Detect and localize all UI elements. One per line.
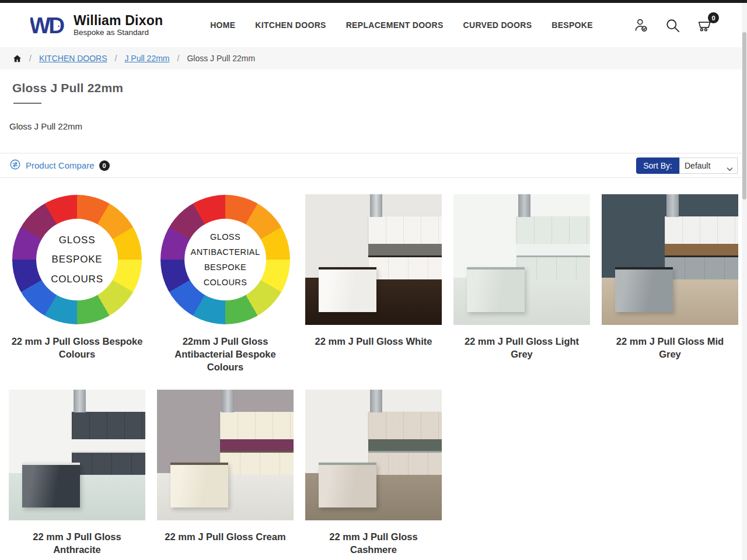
product-card: 22 mm J Pull Gloss Cashmere [305, 390, 442, 560]
chevron-down-icon [727, 164, 733, 173]
colour-wheel-image: GLOSSANTIBACTERIALBESPOKECOLOURS [160, 195, 290, 324]
kitchen-photo [157, 390, 294, 520]
main-nav: HOME KITCHEN DOORS REPLACEMENT DOORS CUR… [201, 20, 602, 30]
product-title-link[interactable]: 22mm J Pull Gloss Antibacterial Bespoke … [157, 335, 294, 376]
breadcrumb-separator: / [115, 54, 117, 63]
product-card: GLOSSBESPOKECOLOURS 22 mm J Pull Gloss B… [9, 194, 145, 376]
photo-region [665, 244, 738, 256]
photo-region [22, 463, 79, 507]
scrollbar[interactable] [742, 3, 747, 560]
photo-region [72, 451, 145, 474]
breadcrumb-kitchen-doors[interactable]: KITCHEN DOORS [39, 54, 107, 63]
account-check-icon[interactable] [633, 18, 649, 33]
sort-selected-value: Default [685, 161, 710, 170]
product-grid: GLOSSBESPOKECOLOURS 22 mm J Pull Gloss B… [0, 178, 747, 560]
wheel-text-line: ANTIBACTERIAL [191, 244, 260, 260]
product-title-link[interactable]: 22 mm J Pull Gloss Cashmere [305, 531, 442, 560]
photo-region [319, 267, 376, 312]
product-card: 22 mm J Pull Gloss Mid Grey [602, 194, 738, 376]
nav-item-curved-doors[interactable]: CURVED DOORS [463, 20, 532, 30]
photo-region [368, 439, 442, 451]
wheel-text-line: COLOURS [51, 270, 103, 289]
nav-item-kitchen-doors[interactable]: KITCHEN DOORS [255, 20, 326, 30]
main-content: Gloss J Pull 22mm Gloss J Pull 22mm Prod… [0, 69, 747, 560]
product-title-link[interactable]: 22 mm J Pull Gloss Bespoke Colours [9, 335, 145, 376]
photo-region [370, 194, 382, 217]
product-card: 22 mm J Pull Gloss Anthracite [9, 390, 145, 560]
compare-count-badge: 0 [99, 160, 110, 171]
kitchen-photo [305, 194, 442, 325]
site-logo[interactable]: W D William Dixon Bespoke as Standard [30, 13, 201, 37]
photo-region [666, 194, 679, 217]
compare-icon [9, 159, 21, 173]
home-icon[interactable] [13, 54, 22, 63]
breadcrumb-separator: / [177, 54, 180, 63]
photo-region [615, 267, 672, 312]
wheel-center: GLOSSBESPOKECOLOURS [36, 219, 118, 300]
product-title-link[interactable]: 22 mm J Pull Gloss Light Grey [453, 335, 590, 376]
kitchen-photo [305, 390, 442, 520]
product-image-link[interactable] [602, 194, 738, 325]
nav-item-home[interactable]: HOME [210, 20, 235, 30]
photo-region [72, 439, 145, 451]
photo-region [516, 256, 590, 279]
nav-item-replacement-doors[interactable]: REPLACEMENT DOORS [346, 20, 444, 30]
logo-name: William Dixon [74, 13, 163, 27]
photo-region [368, 451, 442, 474]
wheel-text-line: COLOURS [204, 275, 247, 290]
cart-count-badge: 0 [708, 12, 719, 23]
product-compare-link[interactable]: Product Compare 0 [9, 159, 110, 173]
sort-by-label: Sort By: [636, 158, 679, 174]
wheel-center: GLOSSANTIBACTERIALBESPOKECOLOURS [184, 219, 266, 300]
product-image-link[interactable]: GLOSSBESPOKECOLOURS [9, 194, 145, 325]
product-title-link[interactable]: 22 mm J Pull Gloss White [305, 335, 442, 376]
colour-wheel-image: GLOSSBESPOKECOLOURS [12, 195, 142, 324]
category-description: Gloss J Pull 22mm [9, 121, 738, 131]
photo-region [74, 390, 86, 412]
photo-region [665, 216, 738, 244]
photo-region [222, 390, 234, 412]
photo-region [368, 256, 442, 279]
product-image-link[interactable]: GLOSSANTIBACTERIALBESPOKECOLOURS [157, 194, 294, 325]
menu-icon[interactable] [602, 20, 617, 31]
product-title-link[interactable]: 22 mm J Pull Gloss Cream [157, 531, 294, 560]
photo-region [370, 390, 382, 412]
photo-region [516, 216, 590, 244]
logo-tagline: Bespoke as Standard [74, 29, 163, 37]
logo-monogram-icon: W D [30, 13, 69, 37]
photo-region [220, 439, 294, 451]
photo-region [220, 412, 294, 439]
product-title-link[interactable]: 22 mm J Pull Gloss Anthracite [9, 531, 145, 560]
breadcrumb: / KITCHEN DOORS / J Pull 22mm / Gloss J … [0, 47, 747, 69]
photo-region [319, 463, 376, 507]
wheel-text-line: GLOSS [59, 230, 96, 250]
kitchen-photo [602, 194, 738, 325]
photo-region [516, 244, 590, 256]
photo-region [170, 463, 228, 507]
cart-icon[interactable]: 0 [696, 18, 713, 33]
photo-region [665, 256, 738, 279]
product-image-link[interactable] [9, 390, 145, 520]
product-image-link[interactable] [305, 194, 442, 325]
breadcrumb-separator: / [29, 54, 32, 63]
product-card: GLOSSANTIBACTERIALBESPOKECOLOURS 22mm J … [157, 194, 294, 376]
scrollbar-thumb[interactable] [742, 32, 746, 200]
search-icon[interactable] [665, 18, 680, 33]
page-title: Gloss J Pull 22mm [12, 81, 738, 95]
breadcrumb-j-pull-22mm[interactable]: J Pull 22mm [124, 54, 169, 63]
product-card: 22 mm J Pull Gloss Light Grey [453, 194, 590, 376]
kitchen-photo [9, 390, 145, 520]
product-image-link[interactable] [305, 390, 442, 520]
wheel-text-line: BESPOKE [52, 250, 103, 269]
listing-toolbar: Product Compare 0 Sort By: Default [0, 153, 747, 178]
product-image-link[interactable] [453, 194, 590, 325]
product-title-link[interactable]: 22 mm J Pull Gloss Mid Grey [602, 335, 738, 376]
product-card: 22 mm J Pull Gloss White [305, 194, 442, 376]
photo-region [518, 194, 530, 217]
sort-group: Sort By: Default [636, 158, 738, 174]
product-image-link[interactable] [157, 390, 294, 520]
sort-select[interactable]: Default [679, 158, 738, 174]
photo-region [368, 244, 442, 256]
nav-item-bespoke[interactable]: BESPOKE [551, 20, 593, 30]
wheel-text-line: BESPOKE [204, 260, 246, 275]
